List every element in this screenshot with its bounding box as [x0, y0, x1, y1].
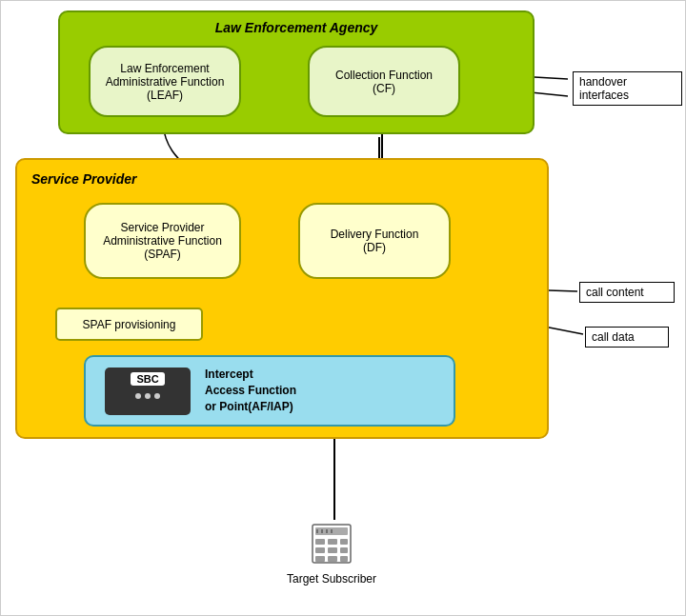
- sbc-device: SBC: [105, 368, 191, 415]
- sbc-dot-2: [145, 393, 151, 399]
- svg-rect-19: [315, 556, 325, 562]
- call-data-label: call data: [592, 330, 635, 344]
- leaf-box: Law EnforcementAdministrative Function(L…: [89, 46, 241, 117]
- sbc-label: SBC: [131, 372, 164, 386]
- cf-box: Collection Function(CF): [308, 46, 460, 117]
- handover-label: handover interfaces: [579, 75, 629, 102]
- cf-label: Collection Function(CF): [335, 69, 433, 95]
- sp-box: Service Provider Service ProviderAdminis…: [15, 158, 549, 439]
- call-content-label-box: call content: [579, 282, 675, 303]
- sbc-dot-1: [135, 393, 141, 399]
- spaf-prov-label: SPAF provisioning: [83, 318, 176, 331]
- lea-title: Law Enforcement Agency: [60, 20, 533, 35]
- sbc-body: SBC: [105, 368, 191, 415]
- spaf-prov-box: SPAF provisioning: [55, 308, 203, 341]
- leaf-label: Law EnforcementAdministrative Function(L…: [106, 62, 225, 102]
- handover-label-box: handover interfaces: [573, 71, 682, 106]
- svg-rect-21: [340, 556, 348, 562]
- phone-icon: [308, 520, 355, 567]
- svg-rect-17: [328, 547, 337, 553]
- diagram-container: Law Enforcement Agency Law EnforcementAd…: [0, 0, 686, 616]
- svg-rect-20: [328, 556, 337, 562]
- iap-text: InterceptAccess Functionor Point(AF/IAP): [205, 367, 296, 414]
- iap-box: SBC InterceptAccess Functionor Point(AF/…: [84, 355, 455, 427]
- spaf-label: Service ProviderAdministrative Function(…: [103, 221, 222, 261]
- sp-title: Service Provider: [31, 171, 137, 187]
- svg-rect-14: [328, 539, 337, 545]
- target-label: Target Subscriber: [287, 572, 376, 586]
- df-box: Delivery Function(DF): [298, 203, 451, 279]
- svg-rect-18: [340, 547, 348, 553]
- svg-rect-13: [315, 539, 325, 545]
- sbc-dot-3: [154, 393, 160, 399]
- svg-rect-16: [315, 547, 325, 553]
- target-box: Target Subscriber: [287, 520, 376, 586]
- df-label: Delivery Function(DF): [331, 228, 419, 254]
- call-content-label: call content: [586, 286, 644, 299]
- call-data-label-box: call data: [585, 327, 669, 348]
- svg-rect-15: [340, 539, 348, 545]
- phone-svg: [308, 520, 355, 567]
- spaf-box: Service ProviderAdministrative Function(…: [84, 203, 241, 279]
- lea-box: Law Enforcement Agency Law EnforcementAd…: [58, 10, 535, 134]
- sbc-dots: [135, 393, 160, 399]
